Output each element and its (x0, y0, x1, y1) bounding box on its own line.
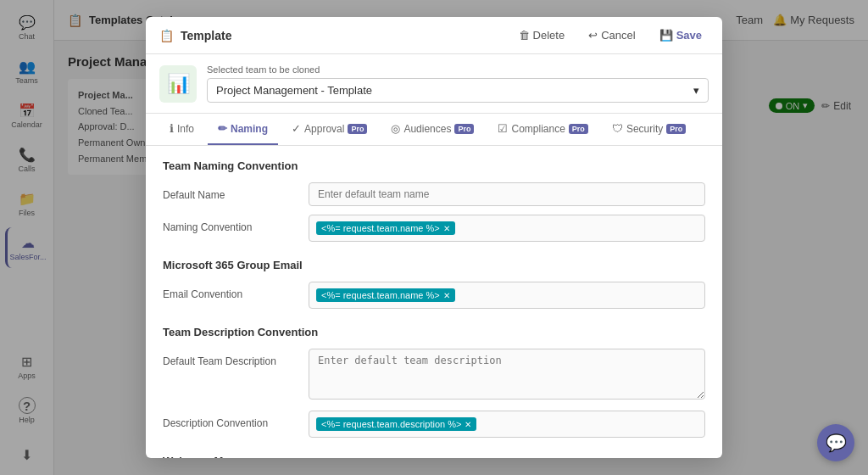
modal-title-icon: 📋 (159, 29, 174, 42)
delete-button[interactable]: 🗑 Delete (512, 25, 572, 45)
info-tab-icon: ℹ (170, 122, 174, 135)
default-description-input[interactable] (309, 349, 705, 400)
description-section: Team Description Convention Default Team… (163, 326, 705, 438)
default-name-field (309, 182, 705, 206)
tab-security[interactable]: 🛡 Security Pro (602, 114, 696, 145)
naming-convention-label: Naming Convention (163, 215, 298, 233)
default-description-field (309, 349, 705, 402)
default-name-label: Default Name (163, 182, 298, 201)
chat-bubble-button[interactable]: 💬 (817, 424, 854, 461)
cancel-icon: ↩ (588, 29, 598, 42)
modal-header-actions: 🗑 Delete ↩ Cancel 💾 Save (512, 25, 709, 45)
modal-tabs: ℹ Info ✏ Naming ✓ Approval Pro ◎ Audienc… (146, 114, 722, 146)
email-section-title: Microsoft 365 Group Email (163, 259, 705, 271)
description-section-title: Team Description Convention (163, 326, 705, 338)
compliance-pro-badge: Pro (569, 124, 588, 134)
save-icon: 💾 (659, 29, 673, 42)
description-convention-tag: <%= request.team.description %> ✕ (316, 417, 476, 431)
team-naming-section: Team Naming Convention Default Name Nami… (163, 159, 705, 242)
team-select-wrap: Selected team to be cloned Project Manag… (207, 64, 709, 103)
delete-icon: 🗑 (519, 29, 530, 42)
default-name-input[interactable] (309, 182, 705, 206)
modal-header: 📋 Template 🗑 Delete ↩ Cancel 💾 Save (146, 17, 722, 54)
email-convention-label: Email Convention (163, 282, 298, 300)
audiences-pro-badge: Pro (454, 124, 474, 134)
approval-tab-icon: ✓ (292, 122, 301, 135)
naming-convention-row: Naming Convention <%= request.team.name … (163, 215, 705, 242)
template-modal: 📋 Template 🗑 Delete ↩ Cancel 💾 Save (146, 17, 722, 458)
tab-approval[interactable]: ✓ Approval Pro (281, 114, 377, 145)
email-convention-tag-field[interactable]: <%= request.team.name %> ✕ (309, 282, 705, 309)
audiences-tab-icon: ◎ (391, 122, 400, 135)
team-dropdown-wrapper: Project Management - Template ▾ (207, 78, 709, 103)
modal-overlay: 📋 Template 🗑 Delete ↩ Cancel 💾 Save (0, 0, 868, 475)
naming-convention-field: <%= request.team.name %> ✕ (309, 215, 705, 242)
approval-pro-badge: Pro (348, 124, 367, 134)
default-name-row: Default Name (163, 182, 705, 206)
security-pro-badge: Pro (666, 124, 686, 134)
modal-title: Template (181, 29, 505, 42)
naming-convention-tag: <%= request.team.name %> ✕ (316, 221, 455, 235)
dropdown-chevron-icon: ▾ (693, 84, 699, 97)
cancel-button[interactable]: ↩ Cancel (581, 25, 642, 45)
default-description-label: Default Team Description (163, 349, 298, 367)
welcome-section-title: Welcome Message (163, 455, 705, 458)
email-convention-row: Email Convention <%= request.team.name %… (163, 282, 705, 309)
default-description-row: Default Team Description (163, 349, 705, 402)
security-tab-icon: 🛡 (612, 122, 623, 135)
team-selection-section: 📊 Selected team to be cloned Project Man… (146, 54, 722, 114)
email-convention-field: <%= request.team.name %> ✕ (309, 282, 705, 309)
chat-bubble-icon: 💬 (826, 433, 847, 453)
tab-naming[interactable]: ✏ Naming (208, 114, 278, 145)
team-select-label: Selected team to be cloned (207, 64, 709, 75)
description-convention-label: Description Convention (163, 411, 298, 429)
email-convention-tag: <%= request.team.name %> ✕ (316, 288, 455, 302)
modal-body: Team Naming Convention Default Name Nami… (146, 146, 722, 458)
description-tag-remove[interactable]: ✕ (465, 420, 471, 429)
tab-audiences[interactable]: ◎ Audiences Pro (381, 114, 484, 145)
description-convention-tag-field[interactable]: <%= request.team.description %> ✕ (309, 411, 705, 438)
description-convention-row: Description Convention <%= request.team.… (163, 411, 705, 438)
tab-info[interactable]: ℹ Info (159, 114, 204, 145)
team-dropdown[interactable]: Project Management - Template ▾ (207, 78, 709, 103)
team-naming-title: Team Naming Convention (163, 159, 705, 172)
naming-tab-icon: ✏ (218, 122, 227, 135)
naming-convention-tag-field[interactable]: <%= request.team.name %> ✕ (309, 215, 705, 242)
tab-compliance[interactable]: ☑ Compliance Pro (487, 114, 598, 145)
welcome-section: Welcome Message Default Welcome Message (163, 455, 705, 458)
team-logo-icon: 📊 (167, 73, 190, 95)
team-logo: 📊 (159, 65, 197, 103)
description-convention-field: <%= request.team.description %> ✕ (309, 411, 705, 438)
save-button[interactable]: 💾 Save (653, 25, 709, 45)
compliance-tab-icon: ☑ (498, 122, 508, 135)
email-section: Microsoft 365 Group Email Email Conventi… (163, 259, 705, 309)
naming-tag-remove[interactable]: ✕ (443, 224, 450, 233)
email-tag-remove[interactable]: ✕ (443, 291, 450, 300)
